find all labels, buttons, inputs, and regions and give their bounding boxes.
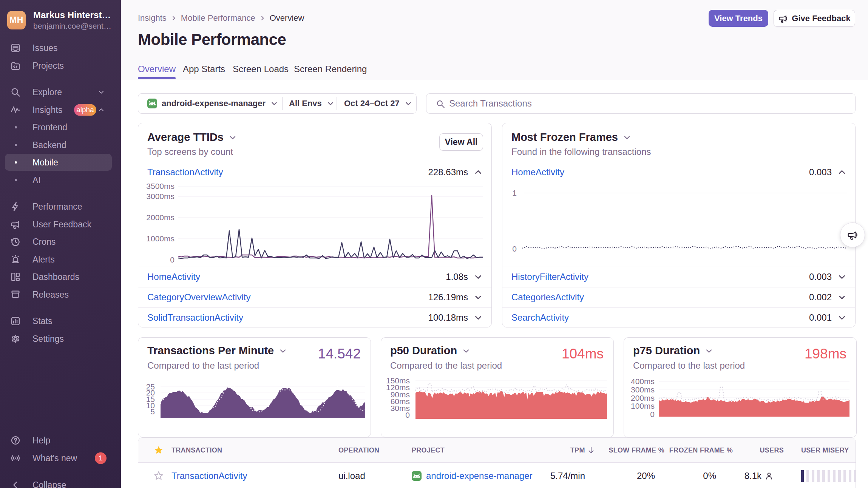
svg-text:300ms: 300ms <box>631 385 655 394</box>
svg-text:5: 5 <box>150 407 155 416</box>
svg-text:0: 0 <box>512 244 517 253</box>
svg-text:0: 0 <box>650 410 655 419</box>
svg-text:0: 0 <box>170 255 175 264</box>
svg-text:200ms: 200ms <box>631 394 655 402</box>
svg-text:2000ms: 2000ms <box>146 213 175 222</box>
svg-text:0: 0 <box>405 411 410 419</box>
svg-text:3500ms: 3500ms <box>146 182 175 190</box>
svg-text:3000ms: 3000ms <box>146 192 175 201</box>
svg-text:100ms: 100ms <box>631 402 655 410</box>
svg-text:1000ms: 1000ms <box>146 234 175 243</box>
svg-text:400ms: 400ms <box>631 377 655 386</box>
svg-text:1: 1 <box>512 188 517 197</box>
